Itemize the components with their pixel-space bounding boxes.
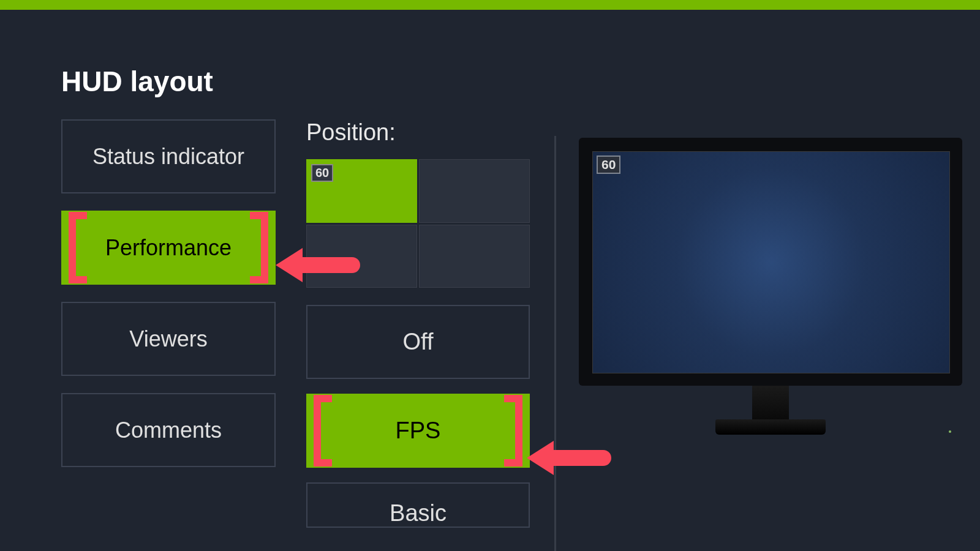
page-title: HUD layout xyxy=(61,65,919,98)
category-status-indicator[interactable]: Status indicator xyxy=(61,119,276,193)
position-label: Position: xyxy=(306,119,530,146)
category-label: Viewers xyxy=(129,326,207,352)
category-label: Performance xyxy=(105,235,232,261)
mode-label: Off xyxy=(403,329,434,355)
arrow-left-icon xyxy=(276,248,303,282)
hud-category-list: Status indicator Performance Viewers Com… xyxy=(61,119,276,528)
position-top-left[interactable]: 60 xyxy=(306,159,417,223)
monitor-led-icon xyxy=(949,430,951,433)
monitor-stand-base xyxy=(715,419,826,435)
position-preview-badge: 60 xyxy=(311,164,333,182)
position-bottom-right[interactable] xyxy=(419,225,530,288)
annotation-arrow-performance xyxy=(276,248,360,282)
category-label: Status indicator xyxy=(92,144,244,170)
category-comments[interactable]: Comments xyxy=(61,393,276,467)
vertical-divider xyxy=(554,136,556,551)
preview-monitor: 60 xyxy=(579,138,962,438)
fps-overlay-badge: 60 xyxy=(597,156,620,174)
annotation-arrow-fps xyxy=(527,441,611,475)
monitor-screen: 60 xyxy=(592,151,950,373)
mode-label: FPS xyxy=(396,418,441,444)
category-viewers[interactable]: Viewers xyxy=(61,302,276,376)
category-performance[interactable]: Performance xyxy=(61,211,276,285)
top-accent-bar xyxy=(0,0,980,10)
monitor-bezel: 60 xyxy=(579,138,962,386)
mode-off[interactable]: Off xyxy=(306,305,530,379)
mode-fps[interactable]: FPS xyxy=(306,394,530,468)
mode-basic[interactable]: Basic xyxy=(306,482,530,528)
performance-mode-list: Off FPS Basic xyxy=(306,305,530,528)
category-label: Comments xyxy=(115,418,222,443)
arrow-left-icon xyxy=(527,441,554,475)
position-top-right[interactable] xyxy=(419,159,530,223)
mode-label: Basic xyxy=(390,500,447,527)
monitor-stand-neck xyxy=(752,386,789,419)
